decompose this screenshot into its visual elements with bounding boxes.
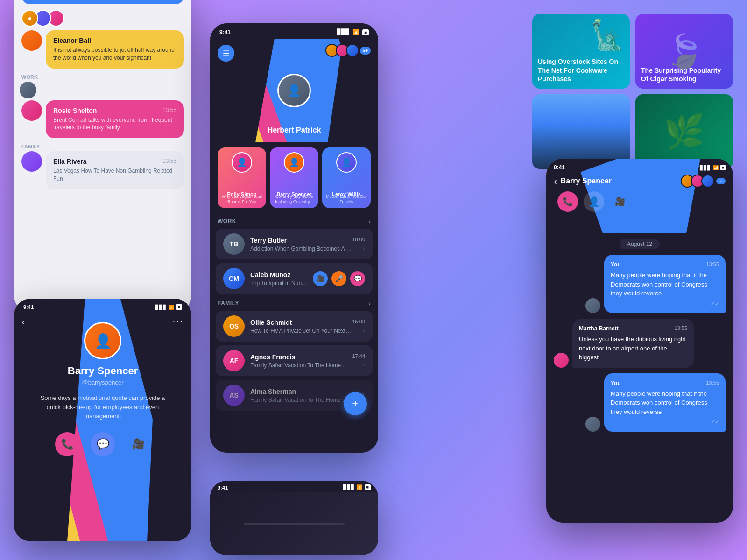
caleb-action-icons: 🎥 🎤 💬 xyxy=(313,271,365,286)
message-caleb-munoz[interactable]: CM Caleb Munoz Trip To Iqaluit In Nun...… xyxy=(216,263,373,294)
story-avatar[interactable] xyxy=(346,44,359,57)
bubble-time: 13:55 xyxy=(706,379,719,387)
chat-icon[interactable]: 💬 xyxy=(350,271,365,286)
sender-name: Rosie Shelton xyxy=(53,107,97,114)
avatar-agnes: AF xyxy=(223,350,245,371)
back-button[interactable]: ‹ xyxy=(554,176,557,187)
story-avatar[interactable] xyxy=(701,175,714,188)
preview-alma: Family Safari Vacation To The Home Of... xyxy=(250,397,352,403)
news-panel: 🗽 Using Overstock Sites On The Net For C… xyxy=(532,14,733,169)
story-avatar-leroy: 👤 xyxy=(336,152,357,173)
phone-main-app: 9:41 ▊▊▊ 📶 ■ ☰ xyxy=(210,23,378,453)
profile-username: @barryspencer xyxy=(82,379,123,386)
mini-preview-area xyxy=(210,492,378,555)
avatar xyxy=(21,151,42,172)
preview-terry: Addiction When Gambling Becomes A Pr... xyxy=(250,245,352,252)
compose-fab[interactable]: + xyxy=(344,392,367,415)
contact-name-agnes: Agnes Francis xyxy=(250,353,352,361)
ella-bubble[interactable]: Ella Rivera 13:55 Las Vegas How To Have … xyxy=(46,151,184,189)
bubble-content-sent-1: You 13:55 Many people were hoping that i… xyxy=(604,255,726,313)
bubble-text: Many people were hoping that if the Demo… xyxy=(611,271,719,298)
profile-mini-avatar: 👤 xyxy=(584,191,604,212)
check-icon: ✓✓ xyxy=(611,300,719,308)
menu-button[interactable]: ☰ xyxy=(218,45,234,62)
story-avatar[interactable]: ● xyxy=(21,10,38,27)
status-icons: ▊▊▊ 📶 ■ xyxy=(155,304,182,310)
contact-name-alma: Alma Sherman xyxy=(250,388,352,395)
time-terry: 18:00 xyxy=(352,237,365,242)
sender-name: Eleanor Ball xyxy=(53,37,176,44)
profile-content: 👤 Barry Spencer @barryspencer Some days … xyxy=(14,299,191,468)
story-text-barry: Coventry City Guide Including Coventry..… xyxy=(270,194,318,204)
bubble-content-received-1: Martha Barnett 13:55 Unless you have the… xyxy=(572,319,694,368)
profile-name: Barry Spencer xyxy=(68,365,138,377)
audio-icon[interactable]: 🎤 xyxy=(331,271,346,286)
message-preview: It is not always possible to jet off hal… xyxy=(53,46,176,62)
story-avatar-polly: 👤 xyxy=(232,152,252,173)
contact-name-ollie: Ollie Schmidt xyxy=(250,319,352,326)
phone-bottom-small: 9:41 ▊▊▊ 📶 ■ xyxy=(210,481,378,555)
news-card-mountain[interactable] xyxy=(532,94,630,169)
news-card-leaves[interactable]: 🌿 xyxy=(635,94,733,169)
video-call-icon[interactable]: 🎥 xyxy=(313,271,328,286)
avatar-ollie: OS xyxy=(223,315,245,337)
time-display: 9:41 xyxy=(23,304,34,310)
message-button[interactable]: 💬 xyxy=(91,432,115,456)
message-terry-butler[interactable]: TB Terry Butler Addiction When Gambling … xyxy=(216,229,373,259)
bubble-content-sent-2: You 13:55 Many people were hoping that i… xyxy=(604,373,726,432)
message-ollie-schmidt[interactable]: OS Ollie Schmidt How To Fly A Private Je… xyxy=(216,311,373,342)
story-avatars-chat: 5+ xyxy=(681,175,726,188)
message-preview: Las Vegas How To Have Non Gambling Relat… xyxy=(53,167,176,183)
video-button[interactable]: 🎥 xyxy=(126,432,150,456)
chat-messages-area: August 12 You 13:55 Many people were hop… xyxy=(546,233,733,523)
contact-name: Barry Spencer xyxy=(561,177,612,185)
call-button[interactable]: 📞 xyxy=(557,191,578,212)
arrow-icon: › xyxy=(363,361,365,368)
family-label: FAMILY xyxy=(218,300,239,307)
eleanor-bubble[interactable]: Eleanor Ball It is not always possible t… xyxy=(46,30,184,69)
story-text-leroy: Mother Earth Hos Our Travels xyxy=(322,194,371,204)
message-received-1: Martha Barnett 13:55 Unless you have the… xyxy=(554,319,726,368)
message-time: 13:55 xyxy=(162,107,176,114)
avatar xyxy=(20,82,36,98)
contact-name-caleb: Caleb Munoz xyxy=(250,271,313,279)
video-call-button[interactable]: 🎥 xyxy=(610,191,630,212)
news-title-cookware: Using Overstock Sites On The Net For Coo… xyxy=(538,57,624,83)
work-arrow-icon[interactable]: › xyxy=(368,217,371,225)
preview-ollie: How To Fly A Private Jet On Your Next Tr… xyxy=(250,328,352,334)
rosie-bubble[interactable]: Rosie Shelton 13:55 Brent Conrad talks w… xyxy=(46,100,184,139)
message-time: 13:55 xyxy=(162,158,176,165)
family-arrow-icon[interactable]: › xyxy=(368,300,371,307)
work-label: WORK xyxy=(218,218,236,224)
bubble-avatar-sent xyxy=(585,298,600,313)
avatar-caleb: CM xyxy=(223,268,245,289)
avatar xyxy=(21,100,42,121)
story-text-polly: Why Las Vegas Hotel Rooms For You xyxy=(218,194,266,204)
scroll-indicator xyxy=(244,523,345,525)
bubble-text: Many people were hoping that if the Demo… xyxy=(611,389,719,417)
profile-bio: Some days a motivational quote can provi… xyxy=(37,393,168,421)
news-card-cigar[interactable]: 🍃 The Surprising Popularity Of Cigar Smo… xyxy=(635,14,733,89)
call-button[interactable]: 📞 xyxy=(55,432,79,456)
news-card-cookware[interactable]: 🗽 Using Overstock Sites On The Net For C… xyxy=(532,14,630,89)
status-icons: ▊▊▊ 📶 ■ xyxy=(343,484,371,490)
section-label-work: WORK xyxy=(14,72,191,82)
story-card-polly[interactable]: 👤 Polly Simon Why Las Vegas Hotel Rooms … xyxy=(218,147,266,208)
bubble-avatar-received xyxy=(554,353,569,368)
contact-name-terry: Terry Butler xyxy=(250,237,352,244)
more-count-badge: 5+ xyxy=(360,47,371,55)
bubble-sender: Martha Barnett xyxy=(579,324,619,333)
avatar-terry: TB xyxy=(223,233,245,255)
sender-name: Ella Rivera xyxy=(53,158,87,165)
message-preview: Brent Conrad talks with everyone from, f… xyxy=(53,116,176,132)
chat-detail-header: 9:41 ▊▊▊ 📶 ■ ‹ Barry Spencer 5+ xyxy=(546,159,733,233)
preview-caleb: Trip To Iqaluit In Nun... xyxy=(250,280,313,287)
message-sent-1: You 13:55 Many people were hoping that i… xyxy=(554,255,726,313)
message-agnes-francis[interactable]: AF Agnes Francis Family Safari Vacation … xyxy=(216,345,373,376)
bubble-time: 13:55 xyxy=(706,260,719,269)
time-display: 9:41 xyxy=(219,29,231,35)
story-avatars-header: 5+ xyxy=(325,44,371,57)
story-card-barry[interactable]: 👤 Barry Spencer Coventry City Guide Incl… xyxy=(270,147,318,208)
status-icons: ▊▊▊ 📶 ■ xyxy=(700,165,726,170)
story-card-leroy[interactable]: 👤 Leroy Willis Mother Earth Hos Our Trav… xyxy=(322,147,371,208)
